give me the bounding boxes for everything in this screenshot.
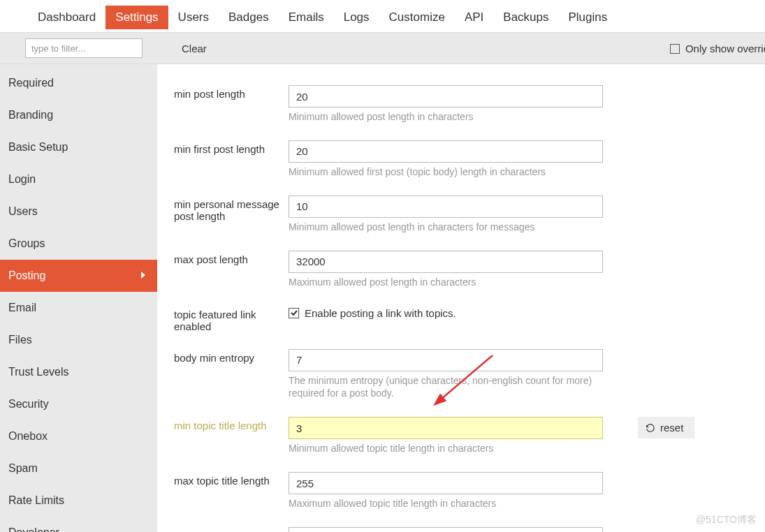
- sidebar-item-developer[interactable]: Developer: [0, 517, 157, 532]
- tab-logs[interactable]: Logs: [334, 6, 379, 29]
- checkbox-label: Enable posting a link with topics.: [305, 307, 456, 319]
- setting-label: min topic title length: [174, 417, 289, 431]
- setting-help: Minimum allowed post length in character…: [289, 221, 603, 234]
- setting-max-topic-title-length: max topic title length Maximum allowed t…: [174, 472, 765, 510]
- reset-label: reset: [660, 422, 683, 434]
- setting-help: Minimum allowed post length in character…: [289, 110, 603, 124]
- setting-help: Minimum allowed first post (topic body) …: [289, 165, 603, 179]
- sidebar-item-rate-limits[interactable]: Rate Limits: [0, 485, 157, 517]
- setting-label: title min entropy: [174, 527, 289, 532]
- filter-bar: Clear Only show overrid: [0, 32, 765, 64]
- sidebar-item-groups[interactable]: Groups: [0, 228, 157, 260]
- setting-body-min-entropy: body min entropy The minimum entropy (un…: [174, 349, 765, 401]
- clear-button[interactable]: Clear: [182, 43, 207, 54]
- undo-icon: [645, 422, 656, 434]
- tab-settings[interactable]: Settings: [105, 6, 168, 29]
- sidebar-item-users[interactable]: Users: [0, 195, 157, 228]
- sidebar-item-branding[interactable]: Branding: [0, 99, 157, 131]
- setting-help: Minimum allowed topic title length in ch…: [289, 442, 603, 455]
- max-topic-title-length-input[interactable]: [289, 472, 603, 494]
- setting-min-topic-title-length: min topic title length Minimum allowed t…: [174, 417, 765, 455]
- checkbox-checked-icon[interactable]: [289, 308, 299, 318]
- title-min-entropy-input[interactable]: [289, 527, 603, 532]
- setting-label: topic featured link enabled: [174, 306, 289, 332]
- watermark: @51CTO博客: [696, 514, 757, 526]
- reset-button[interactable]: reset: [638, 417, 694, 438]
- sidebar-item-email[interactable]: Email: [0, 292, 157, 324]
- setting-help: Maximum allowed topic title length in ch…: [289, 497, 603, 510]
- tab-api[interactable]: API: [455, 6, 493, 29]
- setting-title-min-entropy: title min entropy The minimum entropy (u…: [174, 527, 765, 532]
- setting-topic-featured-link-enabled: topic featured link enabled Enable posti…: [174, 306, 765, 332]
- max-post-length-input[interactable]: [289, 251, 603, 273]
- setting-min-personal-message-post-length: min personal message post length Minimum…: [174, 195, 765, 234]
- checkbox-icon: [670, 44, 680, 54]
- tab-emails[interactable]: Emails: [279, 6, 334, 29]
- sidebar-item-required[interactable]: Required: [0, 67, 157, 99]
- tab-customize[interactable]: Customize: [379, 6, 455, 29]
- sidebar-item-files[interactable]: Files: [0, 324, 157, 356]
- tab-backups[interactable]: Backups: [493, 6, 558, 29]
- setting-label: min post length: [174, 85, 289, 100]
- min-topic-title-length-input[interactable]: [289, 417, 603, 439]
- min-personal-message-post-length-input[interactable]: [289, 195, 603, 218]
- setting-label: max topic title length: [174, 472, 289, 487]
- tab-plugins[interactable]: Plugins: [559, 6, 618, 29]
- sidebar-item-label: Posting: [8, 269, 45, 282]
- tab-users[interactable]: Users: [168, 6, 219, 29]
- setting-label: min personal message post length: [174, 195, 289, 222]
- sidebar-item-trust-levels[interactable]: Trust Levels: [0, 356, 157, 388]
- setting-label: max post length: [174, 251, 289, 265]
- sidebar-item-basic-setup[interactable]: Basic Setup: [0, 131, 157, 163]
- sidebar-item-posting[interactable]: Posting: [0, 260, 157, 292]
- top-tabs: Dashboard Settings Users Badges Emails L…: [0, 0, 765, 32]
- tab-badges[interactable]: Badges: [219, 6, 279, 29]
- setting-label: min first post length: [174, 140, 289, 155]
- setting-help: The minimum entropy (unique characters, …: [289, 374, 603, 401]
- settings-content: min post length Minimum allowed post len…: [157, 64, 765, 532]
- sidebar-item-spam[interactable]: Spam: [0, 452, 157, 485]
- tab-dashboard[interactable]: Dashboard: [28, 6, 105, 29]
- sidebar-item-login[interactable]: Login: [0, 163, 157, 195]
- setting-min-first-post-length: min first post length Minimum allowed fi…: [174, 140, 765, 179]
- settings-sidebar: Required Branding Basic Setup Login User…: [0, 64, 157, 532]
- only-show-overridden-label: Only show overrid: [685, 43, 765, 54]
- filter-input[interactable]: [25, 38, 143, 58]
- sidebar-item-security[interactable]: Security: [0, 388, 157, 420]
- setting-help: Maximum allowed post length in character…: [289, 276, 603, 289]
- setting-label: body min entropy: [174, 349, 289, 364]
- setting-max-post-length: max post length Maximum allowed post len…: [174, 251, 765, 289]
- min-post-length-input[interactable]: [289, 85, 603, 108]
- sidebar-item-onebox[interactable]: Onebox: [0, 420, 157, 452]
- body-min-entropy-input[interactable]: [289, 349, 603, 371]
- caret-right-icon: [140, 269, 146, 282]
- setting-min-post-length: min post length Minimum allowed post len…: [174, 85, 765, 124]
- only-show-overridden[interactable]: Only show overrid: [670, 43, 765, 54]
- min-first-post-length-input[interactable]: [289, 140, 603, 163]
